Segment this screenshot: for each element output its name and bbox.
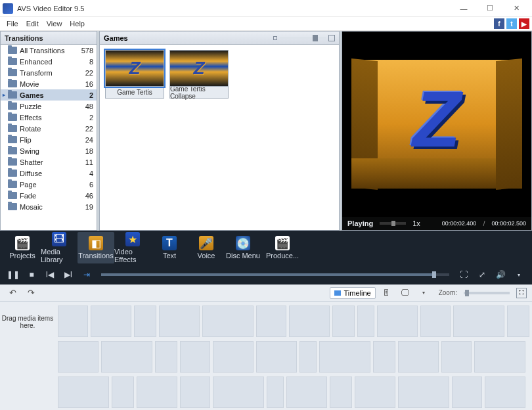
storyboard-cell[interactable]	[101, 341, 152, 373]
menu-file[interactable]: File	[3, 18, 22, 29]
next-frame-button[interactable]: ▶I	[60, 267, 76, 282]
dropdown-icon[interactable]: ▾	[416, 286, 431, 300]
storyboard-cell[interactable]	[91, 306, 131, 337]
storyboard-cell[interactable]	[180, 376, 210, 408]
sidebar-item-swing[interactable]: Swing18	[1, 145, 97, 156]
storyboard-cell[interactable]	[355, 376, 395, 408]
storyboard-cell[interactable]	[398, 376, 449, 408]
storyboard-cell[interactable]	[256, 306, 286, 337]
pause-button[interactable]: ❚❚	[5, 267, 21, 282]
volume-expand-icon[interactable]: ▾	[511, 267, 527, 282]
tool-voice[interactable]: 🎤Voice	[188, 232, 225, 263]
sidebar-item-flip[interactable]: Flip24	[1, 134, 97, 145]
menu-edit[interactable]: Edit	[22, 18, 43, 29]
sidebar-list[interactable]: All Transitions578Enhanced8Transform22Mo…	[1, 45, 97, 230]
sidebar-item-all-transitions[interactable]: All Transitions578	[1, 45, 97, 56]
undo-button[interactable]: ↶	[5, 286, 20, 300]
storyboard-cell[interactable]	[357, 306, 374, 337]
loop-button[interactable]: ⇥	[79, 267, 95, 282]
storyboard-cell[interactable]	[330, 376, 352, 408]
sidebar-item-transform[interactable]: Transform22	[1, 67, 97, 78]
minimize-button[interactable]: —	[451, 0, 477, 17]
prev-frame-button[interactable]: I◀	[42, 267, 58, 282]
tool-projects[interactable]: 🎬Projects	[4, 232, 41, 263]
storyboard-cell[interactable]	[202, 306, 254, 337]
sidebar-item-shatter[interactable]: Shatter11	[1, 156, 97, 168]
storyboard-cell[interactable]	[332, 306, 355, 337]
twitter-icon[interactable]: t	[506, 18, 517, 29]
tool-produce[interactable]: 🎬Produce...	[261, 232, 303, 263]
maximize-button[interactable]: ☐	[477, 0, 503, 17]
tool-disc-menu[interactable]: 💿Disc Menu	[225, 232, 261, 263]
storyboard-cell[interactable]	[319, 341, 370, 373]
facebook-icon[interactable]: f	[494, 18, 504, 29]
transition-thumb[interactable]: ZGame Tertis	[105, 50, 164, 99]
redo-button[interactable]: ↷	[24, 286, 38, 300]
sidebar-item-page[interactable]: Page6	[1, 179, 97, 190]
sidebar-item-enhanced[interactable]: Enhanced8	[1, 56, 97, 67]
size-thumb[interactable]	[313, 35, 318, 41]
speed-thumb[interactable]	[391, 221, 395, 226]
storyboard-cell[interactable]	[377, 306, 418, 337]
snapshot-button[interactable]: ⛶	[456, 267, 472, 282]
storyboard-cell[interactable]	[213, 376, 264, 408]
storyboard-cell[interactable]	[58, 341, 99, 373]
storyboard-cell[interactable]	[58, 306, 88, 337]
storyboard-cell[interactable]	[485, 376, 525, 408]
tool-video-effects[interactable]: ★Video Effects	[114, 232, 151, 263]
sidebar-item-diffuse[interactable]: Diffuse4	[1, 168, 97, 179]
storyboard-cell[interactable]	[452, 376, 482, 408]
storyboard-cell[interactable]	[474, 341, 525, 373]
sidebar-item-mosaic[interactable]: Mosaic19	[1, 201, 97, 212]
tool-transitions[interactable]: ◧Transitions	[78, 232, 114, 263]
storyboard-cell[interactable]	[134, 306, 156, 337]
storyboard-cell[interactable]	[180, 341, 210, 373]
fullscreen-button[interactable]: ⤢	[474, 267, 490, 282]
tool-text[interactable]: TText	[151, 232, 188, 263]
sidebar-item-puzzle[interactable]: Puzzle48	[1, 101, 97, 112]
storyboard-cell[interactable]	[453, 306, 504, 337]
zoom-thumb[interactable]	[465, 290, 469, 296]
fit-zoom-button[interactable]: ⛶	[516, 288, 527, 298]
audio-mix-button[interactable]: 🎚	[380, 286, 394, 300]
size-track[interactable]	[280, 37, 326, 39]
storyboard-cell[interactable]	[507, 306, 529, 337]
menu-view[interactable]: View	[43, 18, 66, 29]
storyboard-cell[interactable]	[441, 341, 472, 373]
storyboard-cell[interactable]	[256, 341, 297, 373]
storyboard-cell[interactable]	[58, 376, 109, 408]
close-button[interactable]: ✕	[503, 0, 529, 17]
storyboard-cell[interactable]	[299, 341, 317, 373]
seek-thumb[interactable]	[432, 271, 436, 278]
sidebar-item-games[interactable]: ▸Games2	[1, 89, 97, 101]
speed-slider[interactable]	[380, 222, 406, 225]
storyboard-cell[interactable]	[159, 306, 200, 337]
preview-video[interactable]: Z	[342, 32, 531, 217]
storyboard-cell[interactable]	[213, 341, 254, 373]
storyboard-grid[interactable]	[55, 302, 532, 410]
storyboard-area[interactable]: Drag media items here.	[0, 302, 532, 410]
preview-monitor-button[interactable]: 🖵	[398, 286, 412, 300]
seek-bar[interactable]	[101, 273, 449, 276]
size-large-icon[interactable]	[328, 35, 335, 41]
sidebar-item-rotate[interactable]: Rotate22	[1, 123, 97, 134]
storyboard-cell[interactable]	[289, 306, 330, 337]
size-small-icon[interactable]	[273, 36, 277, 40]
stop-button[interactable]: ■	[24, 267, 39, 282]
menu-help[interactable]: Help	[66, 18, 89, 29]
timeline-mode-button[interactable]: Timeline	[330, 287, 375, 299]
thumbnail-size-slider[interactable]	[273, 35, 335, 41]
storyboard-cell[interactable]	[267, 376, 284, 408]
storyboard-cell[interactable]	[373, 341, 395, 373]
storyboard-cell[interactable]	[398, 341, 439, 373]
zoom-slider[interactable]	[464, 292, 510, 294]
volume-button[interactable]: 🔊	[493, 267, 508, 282]
sidebar-item-fade[interactable]: Fade46	[1, 190, 97, 201]
tool-media-library[interactable]: 🎞Media Library	[41, 232, 78, 263]
sidebar-item-movie[interactable]: Movie16	[1, 78, 97, 89]
transition-thumb[interactable]: ZGame Tertis Collapse	[169, 50, 229, 99]
storyboard-cell[interactable]	[155, 341, 177, 373]
storyboard-cell[interactable]	[112, 376, 134, 408]
youtube-icon[interactable]: ▶	[519, 18, 529, 29]
storyboard-cell[interactable]	[420, 306, 451, 337]
